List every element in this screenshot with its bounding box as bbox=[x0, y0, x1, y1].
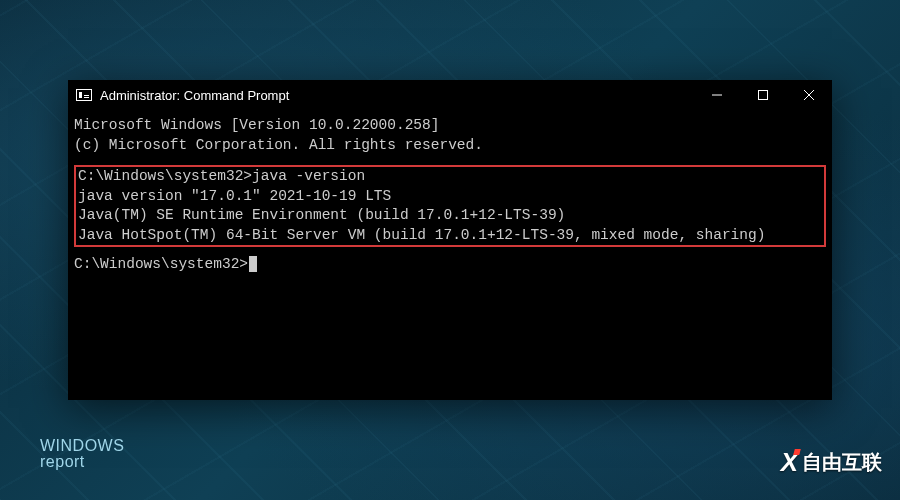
watermark-ziyouhl: X 自由互联 bbox=[781, 447, 882, 478]
close-icon bbox=[804, 90, 814, 100]
highlighted-output: C:\Windows\system32>java -version java v… bbox=[74, 165, 826, 247]
current-prompt: C:\Windows\system32> bbox=[74, 256, 257, 272]
watermark-right-text: 自由互联 bbox=[802, 449, 882, 476]
terminal-body[interactable]: Microsoft Windows [Version 10.0.22000.25… bbox=[68, 110, 832, 281]
maximize-icon bbox=[758, 90, 768, 100]
title-bar[interactable]: Administrator: Command Prompt bbox=[68, 80, 832, 110]
minimize-icon bbox=[712, 90, 722, 100]
command-prompt-window: Administrator: Command Prompt Microsoft … bbox=[68, 80, 832, 400]
cmd-icon bbox=[76, 89, 92, 101]
title-left: Administrator: Command Prompt bbox=[68, 88, 289, 103]
output-line-1: java version "17.0.1" 2021-10-19 LTS bbox=[78, 188, 391, 204]
output-line-2: Java(TM) SE Runtime Environment (build 1… bbox=[78, 207, 565, 223]
watermark-left-line1: WINDOWS bbox=[40, 438, 124, 454]
header-line-2: (c) Microsoft Corporation. All rights re… bbox=[74, 137, 483, 153]
window-title: Administrator: Command Prompt bbox=[100, 88, 289, 103]
header-line-1: Microsoft Windows [Version 10.0.22000.25… bbox=[74, 117, 439, 133]
minimize-button[interactable] bbox=[694, 80, 740, 110]
output-line-3: Java HotSpot(TM) 64-Bit Server VM (build… bbox=[78, 227, 765, 243]
watermark-x-icon: X bbox=[781, 447, 798, 478]
watermark-left-line2: report bbox=[40, 454, 124, 470]
close-button[interactable] bbox=[786, 80, 832, 110]
watermark-windows-report: WINDOWS report bbox=[40, 438, 124, 470]
cursor bbox=[249, 256, 257, 272]
window-controls bbox=[694, 80, 832, 110]
prompt-text: C:\Windows\system32> bbox=[74, 256, 248, 272]
maximize-button[interactable] bbox=[740, 80, 786, 110]
svg-rect-1 bbox=[759, 91, 768, 100]
cmd-line: C:\Windows\system32>java -version bbox=[78, 168, 365, 184]
